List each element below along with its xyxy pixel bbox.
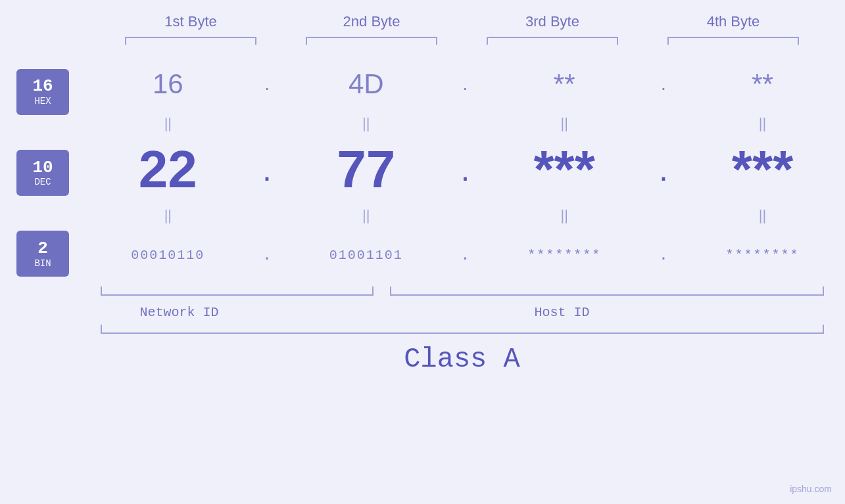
- dot-dec-3: .: [657, 150, 670, 189]
- dec-b1: 22: [95, 139, 240, 200]
- bin-b3: ********: [492, 248, 637, 263]
- eq-1-b4: ||: [690, 115, 835, 132]
- dec-b3: ***: [492, 139, 637, 200]
- bin-row: 00010110 . 01001101 . ******** . *******…: [85, 229, 845, 281]
- eq-row-2: || || || ||: [85, 202, 845, 229]
- top-bracket-1: [125, 37, 256, 45]
- class-label: Class A: [101, 344, 824, 375]
- dec-badge: 10 DEC: [16, 150, 69, 196]
- network-bracket: [101, 286, 374, 296]
- hex-b3: **: [492, 68, 637, 100]
- eq-1-b3: ||: [492, 115, 637, 132]
- byte-headers: 1st Byte 2nd Byte 3rd Byte 4th Byte: [101, 13, 824, 30]
- eq-2-b2: ||: [294, 207, 439, 224]
- eq-1-b1: ||: [95, 115, 240, 132]
- dot-dec-1: .: [260, 150, 274, 189]
- content-area: 16 HEX 10 DEC 2 BIN 16 . 4D . ** . **: [0, 58, 845, 281]
- main-container: 1st Byte 2nd Byte 3rd Byte 4th Byte 16 H…: [0, 0, 845, 504]
- eq-row-1: || || || ||: [85, 110, 845, 137]
- byte3-header: 3rd Byte: [480, 13, 625, 30]
- data-grid: 16 . 4D . ** . ** || || || || 22: [85, 58, 845, 281]
- hex-row: 16 . 4D . ** . **: [85, 58, 845, 110]
- eq-2-b3: ||: [492, 207, 637, 224]
- dec-row: 22 . 77 . *** . ***: [85, 137, 845, 202]
- dot-hex-2: .: [458, 74, 471, 95]
- top-brackets: [101, 37, 824, 45]
- bin-num: 2: [37, 239, 48, 258]
- bin-base: BIN: [34, 258, 51, 269]
- hex-base: HEX: [34, 96, 51, 106]
- bottom-long-bracket: [101, 325, 824, 334]
- eq-2-b4: ||: [690, 207, 835, 224]
- top-bracket-4: [667, 37, 799, 45]
- dec-b2: 77: [294, 139, 439, 200]
- top-bracket-2: [306, 37, 437, 45]
- bin-b4: ********: [690, 248, 835, 263]
- eq-1-b2: ||: [294, 115, 439, 132]
- watermark: ipshu.com: [790, 484, 832, 494]
- dot-bin-1: .: [260, 246, 274, 264]
- bin-b2: 01001101: [294, 248, 439, 263]
- byte2-header: 2nd Byte: [299, 13, 444, 30]
- bin-badge: 2 BIN: [16, 231, 69, 277]
- dot-bin-3: .: [657, 246, 670, 264]
- bin-b1: 00010110: [95, 248, 240, 263]
- host-bracket: [390, 286, 824, 296]
- hex-num: 16: [32, 77, 53, 96]
- hex-badge: 16 HEX: [16, 69, 69, 115]
- dot-dec-2: .: [458, 150, 471, 189]
- host-id-label: Host ID: [535, 305, 590, 320]
- dot-hex-1: .: [260, 74, 274, 95]
- dec-num: 10: [32, 158, 53, 177]
- byte1-header: 1st Byte: [118, 13, 263, 30]
- hex-b2: 4D: [294, 68, 439, 100]
- dec-base: DEC: [34, 177, 51, 187]
- bottom-long-bracket-area: Class A: [101, 325, 824, 375]
- hex-b1: 16: [95, 68, 240, 100]
- top-bracket-3: [487, 37, 618, 45]
- labels-column: 16 HEX 10 DEC 2 BIN: [0, 58, 85, 281]
- hex-b4: **: [690, 68, 835, 100]
- bottom-brackets-area: [101, 286, 824, 300]
- network-id-label: Network ID: [140, 305, 219, 320]
- byte4-header: 4th Byte: [661, 13, 806, 30]
- dot-hex-3: .: [657, 74, 670, 95]
- dot-bin-2: .: [458, 246, 471, 264]
- dec-b4: ***: [690, 139, 835, 200]
- eq-2-b1: ||: [95, 207, 240, 224]
